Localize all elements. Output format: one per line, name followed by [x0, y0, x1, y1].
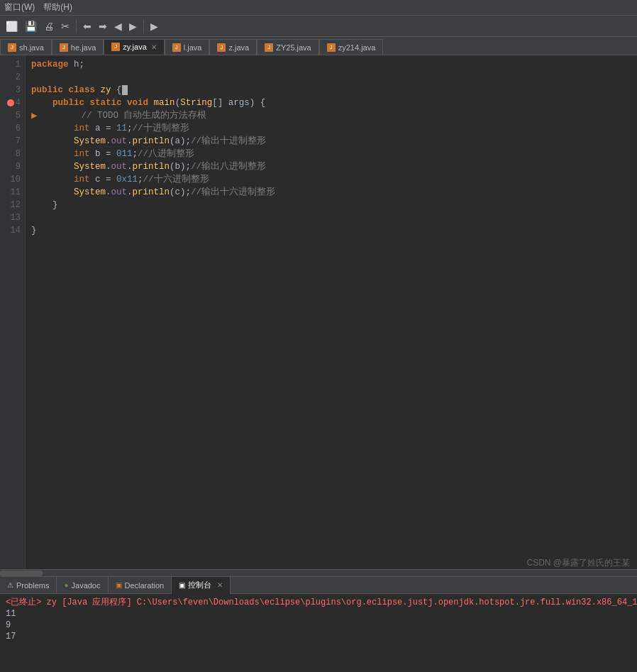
editor-area: 1 2 3 4 5 6 7 8 9 10 11 12 13 14 package…	[0, 55, 637, 576]
code-line-1: package h;	[31, 58, 631, 71]
console-label: 控制台	[188, 580, 211, 590]
console-output-17: 17	[6, 631, 631, 642]
console-output-11: 11	[6, 608, 631, 619]
tab-icon-he: J	[60, 43, 68, 52]
code-line-10: int c = 0x11 ; //十六进制整形	[31, 173, 631, 186]
bottom-tab-problems[interactable]: ⚠ Problems	[0, 577, 57, 594]
tab-label-zy: zy.java	[123, 43, 146, 51]
line-numbers: 1 2 3 4 5 6 7 8 9 10 11 12 13 14	[0, 55, 26, 569]
code-line-6: int a = 11 ; //十进制整形	[31, 122, 631, 135]
line-num-7: 7	[3, 135, 21, 148]
cursor	[122, 85, 128, 95]
code-line-3: public class zy {	[31, 84, 631, 97]
console-icon: ▣	[179, 581, 185, 589]
line-num-14: 14	[3, 224, 21, 237]
problems-icon: ⚠	[7, 581, 13, 589]
toolbar-btn-3[interactable]: 🖨	[41, 19, 57, 33]
watermark: CSDN @暴露了姓氏的王某	[526, 557, 630, 569]
toolbar-sep-1	[76, 19, 77, 33]
javadoc-icon: ●	[64, 581, 68, 589]
code-line-14: }	[31, 224, 631, 237]
tab-label-zy25: ZY25.java	[276, 43, 311, 52]
declaration-icon: ▣	[116, 581, 122, 589]
line-num-5: 5	[3, 109, 21, 122]
line-num-1: 1	[3, 58, 21, 71]
toolbar-btn-7[interactable]: ◀	[111, 19, 125, 33]
toolbar-btn-8[interactable]: ▶	[126, 19, 140, 33]
code-line-9: System . out . println (b); //输出八进制整形	[31, 160, 631, 173]
tab-zy214-java[interactable]: J zy214.java	[319, 39, 384, 55]
tab-zy25-java[interactable]: J ZY25.java	[257, 39, 319, 55]
tab-label-sh: sh.java	[19, 43, 44, 52]
bottom-tab-javadoc[interactable]: ● Javadoc	[57, 577, 108, 594]
tab-close-zy[interactable]: ✕	[151, 43, 157, 51]
toolbar-btn-6[interactable]: ➡	[96, 19, 110, 33]
tab-sh-java[interactable]: J sh.java	[0, 39, 52, 55]
tab-label-zy214: zy214.java	[338, 43, 376, 52]
toolbar-btn-1[interactable]: ⬜	[3, 19, 21, 33]
line-num-4: 4	[3, 97, 21, 109]
horizontal-scrollbar[interactable]	[0, 569, 637, 576]
menubar: 窗口(W) 帮助(H)	[0, 0, 637, 16]
code-line-4: public static void main ( String [] args…	[31, 97, 631, 109]
line-num-10: 10	[3, 173, 21, 186]
code-line-13	[31, 211, 631, 224]
toolbar-btn-4[interactable]: ✂	[58, 19, 72, 33]
line-num-12: 12	[3, 199, 21, 211]
toolbar-sep-2	[143, 19, 144, 33]
tab-icon-z: J	[217, 43, 226, 52]
line-num-2: 2	[3, 71, 21, 84]
editor-content[interactable]: 1 2 3 4 5 6 7 8 9 10 11 12 13 14 package…	[0, 55, 637, 569]
tab-zy-java[interactable]: J zy.java ✕	[104, 39, 164, 55]
line-num-13: 13	[3, 211, 21, 224]
console-terminated-line: <已终止> zy [Java 应用程序] C:\Users\feven\Down…	[6, 597, 631, 608]
tab-icon-sh: J	[8, 43, 16, 52]
tab-label-z: z.java	[228, 43, 249, 52]
tab-he-java[interactable]: J he.java	[52, 39, 104, 55]
code-line-8: int b = 011 ; //八进制整形	[31, 148, 631, 160]
javadoc-label: Javadoc	[72, 581, 101, 590]
menu-help[interactable]: 帮助(H)	[43, 1, 72, 13]
bottom-panel: ⚠ Problems ● Javadoc ▣ Declaration ▣ 控制台…	[0, 576, 637, 672]
line-num-11: 11	[3, 186, 21, 199]
breakpoint-4	[7, 99, 14, 106]
tab-icon-zy: J	[111, 43, 120, 51]
execution-arrow: ▶	[31, 109, 37, 122]
code-editor[interactable]: package h; public class zy { public stat…	[26, 55, 637, 569]
code-line-2	[31, 71, 631, 84]
tab-bar: J sh.java J he.java J zy.java ✕ J l.java…	[0, 37, 637, 55]
tab-icon-zy25: J	[265, 43, 273, 52]
problems-label: Problems	[16, 581, 49, 590]
tab-label-he: he.java	[71, 43, 96, 52]
toolbar-btn-5[interactable]: ⬅	[80, 19, 94, 33]
code-line-7: System . out . println (a); //输出十进制整形	[31, 135, 631, 148]
bottom-tab-declaration[interactable]: ▣ Declaration	[109, 577, 172, 594]
tab-label-l: l.java	[184, 43, 202, 52]
console-output-9: 9	[6, 619, 631, 631]
declaration-label: Declaration	[125, 581, 165, 590]
toolbar-btn-2[interactable]: 💾	[22, 19, 40, 33]
line-num-8: 8	[3, 148, 21, 160]
bottom-tabbar: ⚠ Problems ● Javadoc ▣ Declaration ▣ 控制台…	[0, 577, 637, 594]
console-output: <已终止> zy [Java 应用程序] C:\Users\feven\Down…	[0, 594, 637, 672]
tab-z-java[interactable]: J z.java	[209, 39, 257, 55]
toolbar: ⬜ 💾 🖨 ✂ ⬅ ➡ ◀ ▶ ▶	[0, 16, 637, 37]
bottom-tab-console[interactable]: ▣ 控制台 ✕	[172, 577, 231, 594]
toolbar-btn-run[interactable]: ▶	[148, 19, 161, 33]
tab-icon-l: J	[172, 43, 181, 52]
console-tab-close[interactable]: ✕	[217, 581, 223, 589]
code-line-12: }	[31, 199, 631, 211]
menu-window[interactable]: 窗口(W)	[4, 1, 35, 13]
line-num-3: 3	[3, 84, 21, 97]
tab-l-java[interactable]: J l.java	[165, 39, 210, 55]
code-line-11: System . out . println (c); //输出十六进制整形	[31, 186, 631, 199]
tab-icon-zy214: J	[327, 43, 336, 52]
scrollbar-thumb[interactable]	[0, 571, 43, 576]
line-num-6: 6	[3, 122, 21, 135]
line-num-9: 9	[3, 160, 21, 173]
code-line-5: ▶ // TODO 自动生成的方法存根	[31, 109, 631, 122]
